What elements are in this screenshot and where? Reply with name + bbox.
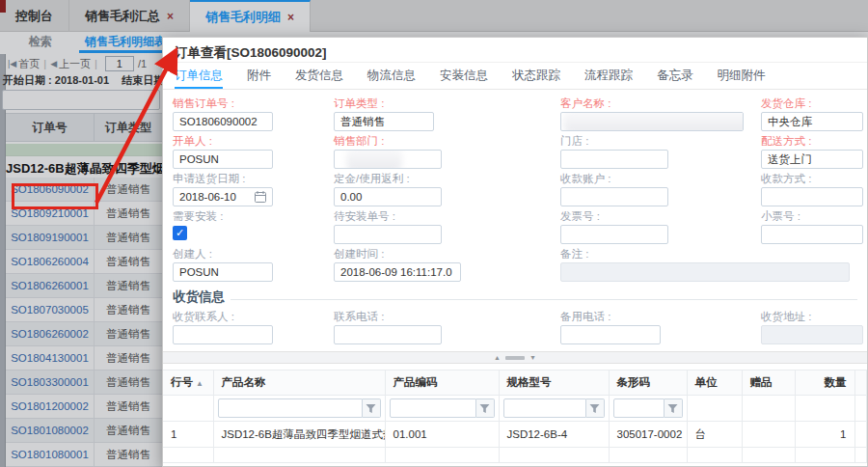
dtab-install-info[interactable]: 安装信息 [440,63,488,89]
annotation-highlight-box [12,183,98,209]
check-icon: ✓ [176,227,184,239]
creator-input[interactable]: POSUN [173,150,273,169]
field-label: 销售订单号 : [173,97,326,110]
deposit-input[interactable]: 0.00 [334,187,442,206]
funnel-icon[interactable] [476,398,495,418]
order-view-dialog: 订单查看[SO1806090002] 订单信息 附件 发货信息 物流信息 安装信… [162,37,868,467]
cell-unit: 台 [687,422,742,448]
field-label: 客户名称 : [560,97,753,110]
dialog-tab-bar: 订单信息 附件 发货信息 物流信息 安装信息 状态跟踪 流程跟踪 备忘录 明细附… [163,63,867,90]
col-gift[interactable]: 赠品 [742,371,795,396]
alt-phone-input[interactable] [560,325,661,344]
field-label: 定金/使用返利 : [334,173,553,185]
col-label: 行号 [171,376,193,388]
field-label: 发票号 : [560,210,753,223]
created-by-input[interactable]: POSUN [173,262,273,282]
calendar-icon[interactable] [255,191,266,203]
field-label: 收货联系人 : [173,311,326,323]
invoice-no-input[interactable] [560,225,668,244]
detail-header-row: 行号▲ 产品名称 产品编码 规格型号 条形码 单位 赠品 数量 [163,371,867,396]
need-install-checkbox[interactable]: ✓ [173,226,187,240]
cell-product-code: 01.001 [385,422,499,448]
splitter-handle[interactable] [505,356,525,360]
detail-data-row[interactable]: 1 JSD12-6B超薄晶致四季型烟道式热水器(... 01.001 JSD12… [163,422,867,448]
field-label: 联系电话 : [334,311,553,323]
field-label: 发货仓库 : [761,97,850,110]
receiving-address-input[interactable] [761,325,863,344]
spec-model-filter-input[interactable] [503,398,586,418]
app-window: 控制台 销售毛利汇总× 销售毛利明细× 检索 销售毛利明细表 |◀ 首页 | ◀… [0,0,868,467]
dialog-body: 销售订单号 :SO1806090002 订单类型 :普通销售 客户名称 : 发货… [163,90,867,463]
col-product-name[interactable]: 产品名称 [213,371,385,396]
filter-cell [609,396,687,422]
filter-cell [742,396,795,422]
filter-row [163,396,867,422]
field-label: 备注 : [560,248,850,261]
col-qty[interactable]: 数量 [795,371,854,396]
created-time-input[interactable]: 2018-06-09 16:11:17.0 [334,262,461,282]
product-code-filter-input[interactable] [390,398,476,418]
field-label: 销售部门 : [334,135,553,148]
collapse-down-icon[interactable]: ▼ [529,354,536,361]
field-label: 待安装单号 : [334,210,553,223]
collapse-up-icon[interactable]: ▲ [494,354,501,361]
empty-row [163,448,867,463]
install-order-no-input[interactable] [334,225,442,244]
receipt-no-input[interactable] [761,225,863,244]
payment-account-input[interactable] [560,187,668,206]
order-type-input[interactable]: 普通销售 [334,112,434,131]
field-label: 申请送货日期 : [173,173,326,185]
dtab-logistics-info[interactable]: 物流信息 [367,63,416,89]
cell-barcode: 305017-0002 [609,422,687,448]
field-label: 创建时间 : [334,248,553,261]
col-unit[interactable]: 单位 [687,371,742,396]
sales-dept-input[interactable] [334,150,442,169]
dtab-attachments[interactable]: 附件 [247,63,271,89]
warehouse-input[interactable]: 中央仓库 [761,112,863,131]
payment-method-input[interactable] [761,187,863,206]
receiving-contact-input[interactable] [173,325,273,344]
panel-splitter[interactable]: ▲ ▼ [163,351,867,364]
field-label: 配送方式 : [761,135,850,148]
cell-product-name: JSD12-6B超薄晶致四季型烟道式热水器(... [213,422,385,448]
cell-qty: 1 [795,422,854,448]
receiving-section-header: 收货信息 [173,288,857,306]
col-line-no[interactable]: 行号▲ [163,371,213,396]
cell-filler [854,422,867,448]
filter-cell [163,396,213,422]
field-label: 收款方式 : [761,173,850,185]
dtab-process-tracking[interactable]: 流程跟踪 [584,63,633,89]
contact-phone-input[interactable] [334,325,442,344]
dtab-status-tracking[interactable]: 状态跟踪 [512,63,560,89]
filter-cell [687,396,742,422]
field-label: 门店 : [560,135,753,148]
store-input[interactable] [560,150,668,169]
dtab-memo[interactable]: 备忘录 [657,63,693,89]
cell-spec-model: JSD12-6B-4 [499,422,609,448]
product-name-filter-input[interactable] [218,398,363,418]
order-form: 销售订单号 :SO1806090002 订单类型 :普通销售 客户名称 : 发货… [173,97,857,282]
col-product-code[interactable]: 产品编码 [385,371,499,396]
field-label: 创建人 : [173,248,326,261]
detail-table-wrap: 行号▲ 产品名称 产品编码 规格型号 条形码 单位 赠品 数量 [163,370,867,463]
filter-cell [385,396,499,422]
filter-cell [499,396,609,422]
funnel-icon[interactable] [586,398,605,418]
col-spec-model[interactable]: 规格型号 [499,371,609,396]
customer-name-input[interactable] [560,112,744,131]
dtab-shipping-info[interactable]: 发货信息 [295,63,343,89]
sort-asc-icon[interactable]: ▲ [196,379,203,388]
sales-order-no-input[interactable]: SO1806090002 [173,112,273,131]
barcode-filter-input[interactable] [613,398,665,418]
col-barcode[interactable]: 条形码 [609,371,687,396]
funnel-icon[interactable] [363,398,381,418]
funnel-icon[interactable] [665,398,683,418]
remark-input[interactable] [560,262,850,282]
filter-cell [795,396,854,422]
receiving-form: 收货联系人 : 联系电话 : 备用电话 : 收货地址 : [173,311,857,344]
field-label: 开单人 : [173,135,326,148]
dtab-order-info[interactable]: 订单信息 [175,63,223,89]
delivery-method-input[interactable]: 送货上门 [761,150,863,169]
delivery-date-input[interactable]: 2018-06-10 [173,187,273,206]
dtab-detail-attachments[interactable]: 明细附件 [718,63,766,89]
